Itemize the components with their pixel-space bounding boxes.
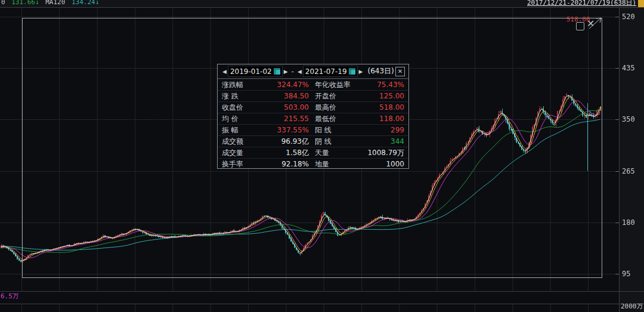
ma60-prefix: 0 bbox=[1, 0, 5, 6]
stat-label: 最高价 bbox=[315, 103, 365, 113]
date-range-selector[interactable]: 2017/12/21-2021/07/19(638日)▼ bbox=[527, 0, 642, 7]
stat-label: 天量 bbox=[315, 148, 365, 158]
ma-readout: 0 131.66↓ MA120 134.24↓ bbox=[1, 0, 101, 6]
stat-label: 开盘价 bbox=[315, 91, 365, 101]
popup-header: ◀ 2019-01-02 ▶ - ◀ 2021-07-19 ▶ (643日) ✕ bbox=[218, 64, 408, 79]
stat-value: 384.50 bbox=[258, 92, 309, 100]
stat-label: 阴 线 bbox=[315, 137, 365, 147]
stat-row: 涨跌幅 324.47% 年化收益率 75.43% bbox=[218, 79, 408, 90]
end-date-value[interactable]: 2021-07-19 bbox=[305, 67, 347, 76]
stat-value: 503.00 bbox=[258, 103, 309, 112]
stat-row: 振 幅 337.55% 阳 线 299 bbox=[218, 124, 408, 135]
close-selection-icon[interactable]: ✕ bbox=[587, 18, 595, 29]
y-axis-label: 265 bbox=[622, 167, 643, 175]
interval-statistics-popup: ◀ 2019-01-02 ▶ - ◀ 2021-07-19 ▶ (643日) ✕… bbox=[217, 64, 409, 169]
prev-end-date-button[interactable]: ◀ bbox=[296, 69, 303, 75]
date-range-label[interactable]: 2017/12/21-2021/07/19(638日) bbox=[527, 0, 636, 7]
stat-label: 成交额 bbox=[222, 137, 258, 147]
stat-label: 振 幅 bbox=[222, 125, 258, 135]
stat-label: 涨跌幅 bbox=[222, 80, 258, 90]
prev-start-date-button[interactable]: ◀ bbox=[221, 69, 228, 75]
stat-value: 518.00 bbox=[365, 103, 404, 112]
stat-value: 324.47% bbox=[258, 81, 309, 89]
start-date-value[interactable]: 2019-01-02 bbox=[230, 67, 272, 76]
ma120-value: 134.24↓ bbox=[72, 0, 99, 6]
start-date-field[interactable]: 2019-01-02 bbox=[228, 66, 283, 77]
interval-days-label: (643日) bbox=[368, 66, 394, 76]
stat-label: 年化收益率 bbox=[315, 80, 365, 90]
stat-value: 96.93亿 bbox=[258, 137, 309, 147]
corner-accent-box bbox=[638, 0, 644, 7]
stat-label: 换手率 bbox=[222, 159, 258, 169]
stat-row: 成交量 1.58亿 天量 1008.79万 bbox=[218, 147, 408, 158]
next-end-date-button[interactable]: ▶ bbox=[358, 69, 364, 75]
stat-label: 成交量 bbox=[222, 148, 258, 158]
y-axis-label: 180 bbox=[622, 218, 643, 227]
stat-value: 215.55 bbox=[258, 115, 309, 123]
stat-row: 涨 跌 384.50 开盘价 125.00 bbox=[218, 90, 408, 101]
y-axis-label: 435 bbox=[622, 64, 643, 72]
stat-value: 344 bbox=[365, 137, 404, 146]
calendar-icon[interactable] bbox=[349, 68, 355, 75]
ma60-value: 131.66↓ bbox=[11, 0, 39, 6]
ma120-label: MA120 bbox=[45, 0, 65, 6]
stat-row: 换手率 92.18% 地量 1000 bbox=[218, 158, 408, 169]
popup-close-button[interactable]: ✕ bbox=[395, 67, 405, 76]
y-axis-label: 350 bbox=[622, 115, 643, 123]
stat-row: 成交额 96.93亿 阴 线 344 bbox=[218, 135, 408, 147]
calendar-icon[interactable] bbox=[274, 68, 280, 75]
stat-label: 地量 bbox=[315, 159, 365, 169]
stat-value: 299 bbox=[365, 126, 404, 134]
stock-trading-app: 0 131.66↓ MA120 134.24↓ 2017/12/21-2021/… bbox=[0, 0, 644, 312]
stat-label: 涨 跌 bbox=[222, 91, 258, 101]
volume-left-label: 6.5万 bbox=[1, 292, 19, 301]
y-axis-label: 520 bbox=[622, 13, 643, 21]
stat-row: 均 价 215.55 最低价 118.00 bbox=[218, 113, 408, 124]
stat-label: 收盘价 bbox=[222, 103, 258, 113]
stat-value: 1.58亿 bbox=[258, 148, 309, 158]
stat-value: 118.00 bbox=[365, 115, 404, 123]
end-date-field[interactable]: 2021-07-19 bbox=[303, 66, 358, 77]
volume-axis-label: 2000万 bbox=[621, 302, 643, 311]
y-axis-label: 95 bbox=[622, 270, 643, 278]
stat-value: 337.55% bbox=[258, 126, 309, 134]
stat-value: 1008.79万 bbox=[365, 148, 404, 158]
stat-label: 阳 线 bbox=[315, 125, 365, 135]
stat-value: 125.00 bbox=[365, 92, 404, 100]
stat-value: 92.18% bbox=[258, 160, 309, 168]
stat-label: 最低价 bbox=[315, 114, 365, 124]
magnify-region-icon[interactable] bbox=[576, 22, 584, 30]
stat-value: 75.43% bbox=[365, 81, 404, 89]
stat-row: 收盘价 503.00 最高价 518.00 bbox=[218, 101, 408, 113]
stat-label: 均 价 bbox=[222, 114, 258, 124]
next-start-date-button[interactable]: ▶ bbox=[283, 69, 289, 75]
date-separator: - bbox=[292, 67, 294, 76]
stat-value: 1000 bbox=[365, 160, 404, 168]
